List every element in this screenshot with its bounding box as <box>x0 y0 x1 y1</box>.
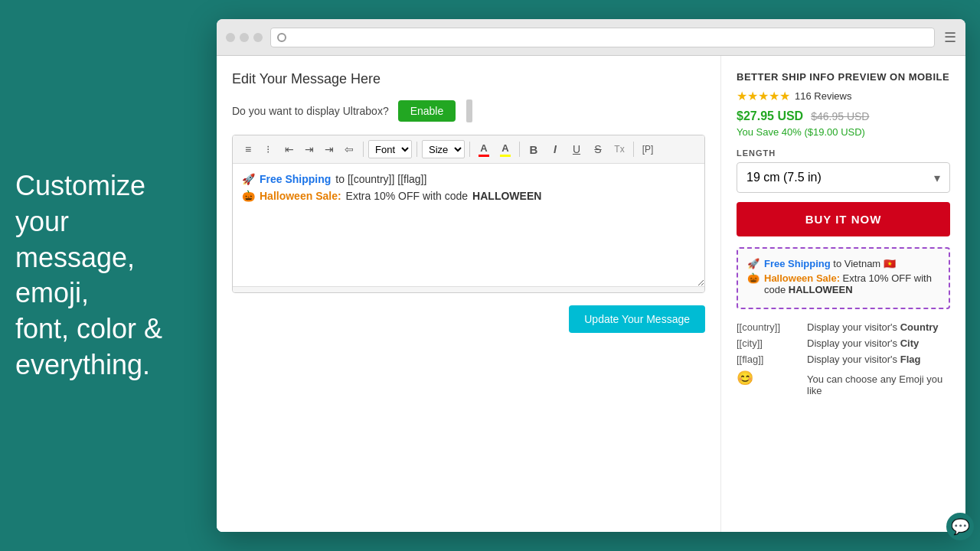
toolbar-size-group: Size <box>422 140 465 158</box>
browser-dot-2 <box>240 33 249 42</box>
toolbar-list-group: ≡ ⁝ <box>239 140 277 158</box>
free-shipping-destination: to [[country]] [[flag]] <box>335 173 426 185</box>
toolbar-italic[interactable]: I <box>546 140 564 158</box>
toolbar-strikethrough[interactable]: S <box>589 140 607 158</box>
toggle-indicator <box>466 99 472 122</box>
toolbar-bold[interactable]: B <box>524 140 543 158</box>
savings-text: You Save 40% ($19.00 USD) <box>737 126 950 138</box>
editor-title: Edit Your Message Here <box>232 71 705 87</box>
browser-spinner <box>277 33 286 42</box>
var-city-desc: Display your visitor's City <box>807 337 919 349</box>
product-title: BETTER SHIP INFO PREVIEW ON MOBILE <box>737 71 950 83</box>
toolbar-divider-1 <box>363 142 364 157</box>
var-country-desc: Display your visitor's Country <box>807 321 939 333</box>
preview-rocket-emoji: 🚀 <box>747 258 760 269</box>
chevron-down-icon <box>934 171 940 185</box>
halloween-label: Halloween Sale: <box>260 190 341 202</box>
browser-window: ☰ Edit Your Message Here Do you want to … <box>217 19 965 532</box>
price-original: $46.95 USD <box>811 110 869 122</box>
stars-row: ★★★★★ 116 Reviews <box>737 89 950 103</box>
var-row-city: [[city]] Display your visitor's City <box>737 337 950 349</box>
var-country-code: [[country]] <box>737 321 798 333</box>
toolbar-ordered-list[interactable]: ≡ <box>239 140 257 158</box>
preview-line-2: 🎃 Halloween Sale: Extra 10% OFF with cod… <box>747 272 939 295</box>
preview-shipping-label: Free Shipping <box>764 258 831 269</box>
product-panel: BETTER SHIP INFO PREVIEW ON MOBILE ★★★★★… <box>720 56 965 532</box>
toolbar-align-center[interactable]: ⇥ <box>300 140 318 158</box>
free-shipping-label: Free Shipping <box>260 173 331 185</box>
size-select[interactable]: Size <box>422 140 465 158</box>
preview-shipping-dest: to Vietnam 🇻🇳 <box>831 258 896 269</box>
toolbar-align-right[interactable]: ⇥ <box>320 140 338 158</box>
halloween-desc: Extra 10% OFF with code <box>346 190 469 202</box>
editor-body[interactable]: 🚀 Free Shipping to [[country]] [[flag]] … <box>233 164 704 286</box>
browser-chrome: ☰ <box>217 19 965 56</box>
preview-line-1: 🚀 Free Shipping to Vietnam 🇻🇳 <box>747 258 939 269</box>
halloween-code: HALLOWEEN <box>472 190 541 202</box>
browser-address-bar[interactable] <box>270 28 935 47</box>
var-flag-code: [[flag]] <box>737 354 798 365</box>
promo-text: Customize your message, emoji, font, col… <box>15 168 199 383</box>
browser-menu-icon[interactable]: ☰ <box>944 29 956 46</box>
buy-now-button[interactable]: BUY IT NOW <box>737 202 950 236</box>
toolbar-underline[interactable]: U <box>567 140 586 158</box>
update-message-button[interactable]: Update Your Message <box>569 305 705 333</box>
editor-line-2: 🎃 Halloween Sale: Extra 10% OFF with cod… <box>242 190 695 202</box>
toolbar-divider-3 <box>469 142 470 157</box>
preview-halloween-label: Halloween Sale: <box>764 272 840 284</box>
toolbar-align-justify[interactable]: ⇦ <box>340 140 358 158</box>
var-city-code: [[city]] <box>737 337 798 349</box>
rocket-emoji: 🚀 <box>242 173 255 185</box>
toolbar-paragraph[interactable]: [P] <box>639 140 657 158</box>
toolbar-font-color[interactable]: A <box>475 140 493 158</box>
toolbar-font-group: Font <box>368 140 412 158</box>
chat-icon: 💬 <box>951 517 970 536</box>
editor-panel: Edit Your Message Here Do you want to di… <box>217 56 720 532</box>
reviews-count: 116 Reviews <box>795 90 851 102</box>
browser-content: Edit Your Message Here Do you want to di… <box>217 56 965 532</box>
var-row-emoji: 😊 You can choose any Emoji you like <box>737 370 950 396</box>
variables-table: [[country]] Display your visitor's Count… <box>737 321 950 396</box>
enable-row: Do you want to display Ultrabox? Enable <box>232 99 705 122</box>
length-dropdown[interactable]: 19 cm (7.5 in) <box>737 162 950 193</box>
star-rating: ★★★★★ <box>737 89 790 103</box>
font-select[interactable]: Font <box>368 140 412 158</box>
var-flag-desc: Display your visitor's Flag <box>807 354 920 365</box>
browser-dot-3 <box>253 33 263 42</box>
length-label: LENGTH <box>737 148 950 158</box>
enable-button[interactable]: Enable <box>398 100 456 122</box>
browser-dot-1 <box>226 33 235 42</box>
preview-halloween-emoji: 🎃 <box>747 272 760 284</box>
toolbar-divider-2 <box>416 142 417 157</box>
length-value: 19 cm (7.5 in) <box>746 171 822 184</box>
editor-resize-handle[interactable]: ⤡ <box>233 286 704 292</box>
toolbar-unordered-list[interactable]: ⁝ <box>259 140 277 158</box>
toolbar-clear-format[interactable]: Tx <box>610 140 629 158</box>
browser-dots <box>226 33 263 42</box>
editor-line-1: 🚀 Free Shipping to [[country]] [[flag]] <box>242 173 695 185</box>
toolbar-align-left[interactable]: ⇤ <box>280 140 299 158</box>
var-emoji-code: 😊 <box>737 370 798 386</box>
update-btn-row: Update Your Message <box>232 305 705 333</box>
enable-label: Do you want to display Ultrabox? <box>232 105 389 117</box>
corner-badge: 💬 <box>946 513 974 540</box>
resize-icon: ⤡ <box>697 291 703 293</box>
toolbar-highlight-color[interactable]: A <box>496 140 514 158</box>
toolbar-divider-5 <box>633 142 634 157</box>
price-current: $27.95 USD <box>737 109 803 123</box>
toolbar-divider-4 <box>519 142 520 157</box>
rich-text-editor: ≡ ⁝ ⇤ ⇥ ⇥ ⇦ Font <box>232 135 705 293</box>
toolbar-align-group: ⇤ ⇥ ⇥ ⇦ <box>280 140 358 158</box>
preview-box: 🚀 Free Shipping to Vietnam 🇻🇳 🎃 Hallowee… <box>737 247 950 309</box>
var-row-flag: [[flag]] Display your visitor's Flag <box>737 354 950 365</box>
price-row: $27.95 USD $46.95 USD <box>737 109 950 123</box>
preview-halloween-code: HALLOWEEN <box>789 284 853 295</box>
editor-toolbar: ≡ ⁝ ⇤ ⇥ ⇥ ⇦ Font <box>233 135 704 164</box>
var-emoji-desc: You can choose any Emoji you like <box>807 373 950 396</box>
var-row-country: [[country]] Display your visitor's Count… <box>737 321 950 333</box>
halloween-emoji: 🎃 <box>242 190 255 202</box>
